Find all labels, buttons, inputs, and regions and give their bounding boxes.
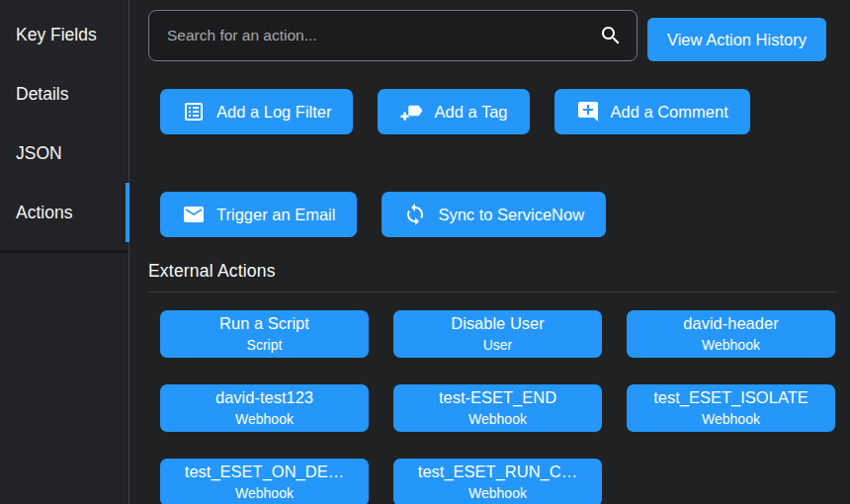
action-type: Webhook: [468, 486, 527, 501]
search-input[interactable]: [149, 11, 637, 60]
add-log-filter-button[interactable]: Add a Log Filter: [160, 89, 353, 134]
action-type: User: [483, 338, 513, 353]
action-type: Webhook: [702, 338, 760, 353]
log-filter-icon: [182, 100, 206, 124]
sidebar-item-label: Actions: [16, 203, 72, 223]
external-action-disable-user[interactable]: Disable User User: [393, 310, 602, 358]
add-comment-icon: [576, 100, 600, 124]
sidebar-nav: Key Fields Details JSON Actions: [0, 0, 128, 253]
button-label: Add a Log Filter: [216, 103, 331, 122]
action-type: Webhook: [235, 412, 294, 427]
action-name: david-header: [683, 314, 778, 333]
external-action-run-a-script[interactable]: Run a Script Script: [160, 310, 369, 358]
external-actions-grid: Run a Script Script Disable User User da…: [160, 310, 836, 504]
sidebar-item-key-fields[interactable]: Key Fields: [0, 5, 128, 64]
sidebar: Key Fields Details JSON Actions: [0, 0, 129, 504]
search-row: View Action History: [148, 10, 836, 61]
action-type: Script: [247, 338, 283, 353]
action-name: david-test123: [215, 388, 313, 407]
add-tag-icon: [399, 100, 423, 124]
action-type: Webhook: [235, 486, 294, 501]
external-action-test-eset-on-demand[interactable]: test_ESET_ON_DE… Webhook: [160, 459, 369, 504]
trigger-email-button[interactable]: Trigger an Email: [160, 192, 357, 237]
button-label: Trigger an Email: [216, 206, 335, 224]
external-action-test-eset-end[interactable]: test-ESET_END Webhook: [393, 384, 602, 432]
section-divider: [148, 292, 836, 293]
action-name: test-ESET_END: [439, 388, 556, 407]
sidebar-item-details[interactable]: Details: [0, 64, 128, 124]
view-action-history-button[interactable]: View Action History: [647, 18, 826, 61]
action-name: test_ESET_RUN_C…: [418, 462, 577, 481]
sync-servicenow-button[interactable]: Sync to ServiceNow: [382, 192, 606, 237]
search-icon: [599, 24, 623, 47]
sync-icon: [403, 203, 427, 226]
button-label: Sync to ServiceNow: [438, 206, 584, 224]
active-tab-indicator: [126, 183, 129, 242]
quick-actions: Add a Log Filter Add a Tag Add a Comment…: [160, 89, 832, 237]
button-label: Add a Comment: [611, 103, 728, 122]
external-action-david-header[interactable]: david-header Webhook: [627, 310, 835, 358]
external-action-test-eset-run-command[interactable]: test_ESET_RUN_C… Webhook: [393, 459, 602, 504]
action-type: Webhook: [468, 412, 527, 427]
external-actions-title: External Actions: [148, 261, 836, 282]
sidebar-item-label: JSON: [16, 143, 62, 164]
button-label: Add a Tag: [434, 103, 507, 122]
email-icon: [182, 203, 206, 226]
add-comment-button[interactable]: Add a Comment: [554, 89, 750, 134]
external-action-david-test123[interactable]: david-test123 Webhook: [160, 384, 369, 432]
sidebar-item-json[interactable]: JSON: [0, 124, 128, 183]
sidebar-item-label: Key Fields: [16, 25, 97, 45]
search-box: [148, 10, 638, 61]
action-name: test_ESET_ISOLATE: [653, 388, 808, 407]
external-actions-section: External Actions Run a Script Script Dis…: [148, 261, 836, 504]
sidebar-item-actions[interactable]: Actions: [0, 183, 128, 242]
action-name: Run a Script: [219, 314, 309, 333]
actions-panel: View Action History Add a Log Filter Add…: [130, 0, 850, 504]
external-action-test-eset-isolate[interactable]: test_ESET_ISOLATE Webhook: [627, 384, 835, 432]
action-name: test_ESET_ON_DE…: [185, 462, 344, 481]
sidebar-item-label: Details: [16, 84, 69, 105]
add-tag-button[interactable]: Add a Tag: [378, 89, 529, 134]
action-type: Webhook: [702, 412, 760, 427]
action-name: Disable User: [451, 314, 544, 333]
